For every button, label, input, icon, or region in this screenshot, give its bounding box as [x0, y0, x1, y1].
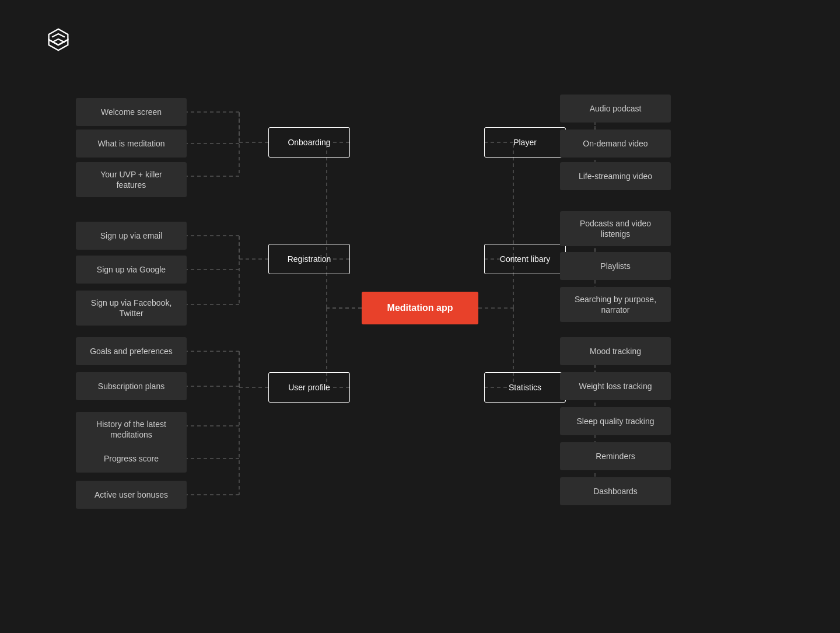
leaf-life-streaming-video: Life-streaming video [560, 162, 671, 190]
mid-node-content-library: Content libary [484, 244, 566, 274]
leaf-sign-up-facebook: Sign up via Facebook, Twitter [76, 291, 187, 326]
mid-node-user-profile: User profile [268, 372, 350, 403]
leaf-podcasts-video: Podcasts and video listenigs [560, 211, 671, 246]
mid-node-statistics: Statistics [484, 372, 566, 403]
leaf-sleep-quality-tracking: Sleep quality tracking [560, 407, 671, 435]
mid-node-registration: Registration [268, 244, 350, 274]
leaf-dashboards: Dashboards [560, 477, 671, 505]
leaf-active-user-bonuses: Active user bonuses [76, 481, 187, 509]
leaf-your-uvp: Your UVP + killer features [76, 162, 187, 197]
leaf-audio-podcast: Audio podcast [560, 95, 671, 123]
leaf-reminders: Reminders [560, 442, 671, 470]
center-node-meditation-app: Meditation app [362, 292, 478, 324]
leaf-what-is-meditation: What is meditation [76, 130, 187, 158]
leaf-subscription-plans: Subscription plans [76, 372, 187, 400]
leaf-history-meditations: History of the latest meditations [76, 412, 187, 447]
mid-node-onboarding: Onboarding [268, 127, 350, 158]
leaf-mood-tracking: Mood tracking [560, 337, 671, 365]
mid-node-player: Player [484, 127, 566, 158]
leaf-weight-loss-tracking: Weight loss tracking [560, 372, 671, 400]
leaf-searching-purpose: Searching by purpose, narrator [560, 287, 671, 322]
leaf-playlists: Playlists [560, 252, 671, 280]
leaf-sign-up-google: Sign up via Google [76, 256, 187, 284]
leaf-progress-score: Progress score [76, 445, 187, 473]
leaf-goals-preferences: Goals and preferences [76, 337, 187, 365]
leaf-welcome-screen: Welcome screen [76, 98, 187, 126]
leaf-sign-up-email: Sign up via email [76, 222, 187, 250]
leaf-on-demand-video: On-demand video [560, 130, 671, 158]
